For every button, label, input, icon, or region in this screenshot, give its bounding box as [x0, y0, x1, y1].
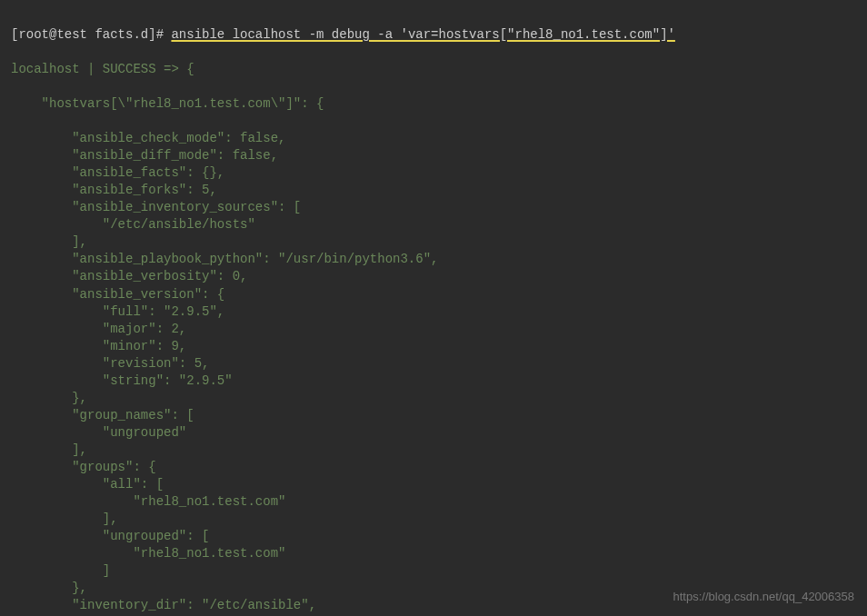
output-line: "ansible_check_mode": false,	[11, 130, 856, 147]
output-line: "rhel8_no1.test.com"	[11, 493, 856, 511]
output-line: "major": 2,	[11, 321, 856, 338]
output-line: "minor": 9,	[11, 338, 856, 355]
output-line: "ansible_facts": {},	[11, 164, 856, 182]
output-line: "groups": {	[11, 459, 856, 476]
watermark-text: https://blog.csdn.net/qq_42006358	[673, 589, 855, 605]
output-line: ]	[11, 562, 856, 580]
output-line: "ansible_inventory_sources": [	[11, 199, 856, 216]
output-line: "group_names": [	[11, 407, 856, 424]
output-line: "all": [	[11, 476, 856, 493]
prompt-prefix: [root@test facts.d]#	[11, 27, 171, 42]
output-line: ],	[11, 442, 856, 459]
output-line: "ansible_forks": 5,	[11, 182, 856, 199]
output-line: "ungrouped": [	[11, 528, 856, 545]
output-line: "ansible_playbook_python": "/usr/bin/pyt…	[11, 251, 856, 268]
output-line: "full": "2.9.5",	[11, 303, 856, 321]
output-line: "ungrouped"	[11, 424, 856, 442]
output-line: "/etc/ansible/hosts"	[11, 216, 856, 233]
output-line: "string": "2.9.5"	[11, 373, 856, 390]
command-text: ansible localhost -m debug -a 'var=hostv…	[171, 27, 675, 42]
output-line: "rhel8_no1.test.com"	[11, 545, 856, 562]
terminal-output[interactable]: [root@test facts.d]# ansible localhost -…	[0, 0, 867, 616]
output-line: "ansible_diff_mode": false,	[11, 147, 856, 164]
output-line: ],	[11, 233, 856, 251]
output-line: "revision": 5,	[11, 355, 856, 373]
prompt-line[interactable]: [root@test facts.d]# ansible localhost -…	[11, 26, 856, 44]
output-body: "ansible_check_mode": false, "ansible_di…	[11, 130, 856, 616]
status-line: localhost | SUCCESS => {	[11, 61, 856, 78]
output-line: },	[11, 390, 856, 407]
hostvars-key-line: "hostvars[\"rhel8_no1.test.com\"]": {	[11, 95, 856, 113]
output-line: ],	[11, 511, 856, 528]
output-line: "ansible_verbosity": 0,	[11, 268, 856, 285]
output-line: "ansible_version": {	[11, 286, 856, 303]
